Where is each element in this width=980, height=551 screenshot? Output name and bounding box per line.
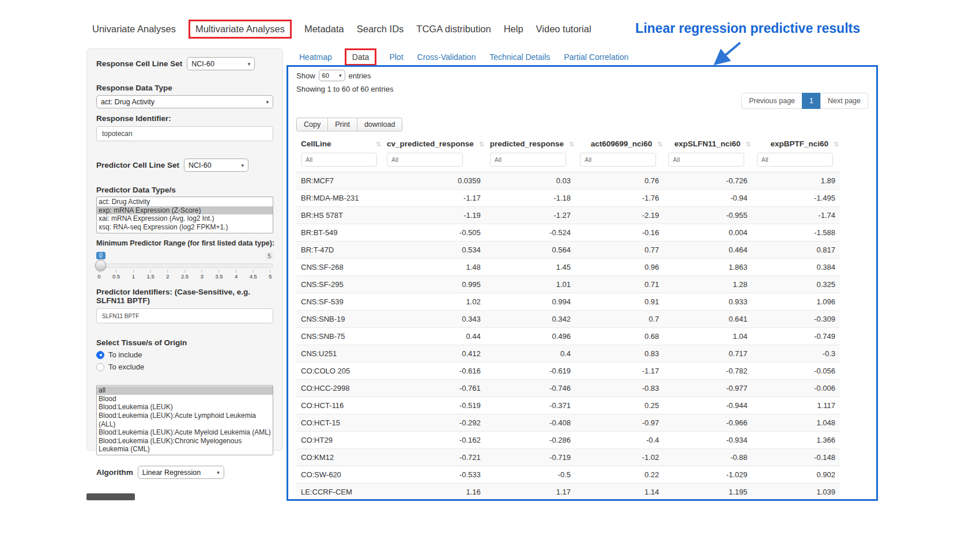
nav-univariate-analyses[interactable]: Univariate Analyses — [92, 24, 176, 35]
tissue-list-option[interactable]: Blood:Leukemia (LEUK):Acute Lymphoid Leu… — [97, 412, 273, 428]
slider-track[interactable] — [96, 263, 273, 268]
nav-multivariate-analyses[interactable]: Multivariate Analyses — [195, 24, 285, 34]
sort-icon[interactable]: ⇅ — [569, 141, 574, 148]
table-cell: 0.0359 — [382, 172, 485, 190]
tissue-exclude-radio[interactable]: To exclude — [96, 363, 273, 371]
column-header[interactable]: cv_predicted_response⇅ — [382, 136, 485, 152]
entries-label: entries — [349, 71, 371, 80]
tab-plot[interactable]: Plot — [389, 52, 403, 62]
table-row[interactable]: CNS:SNB-750.440.4960.681.04-0.749 — [296, 328, 840, 345]
predictor-data-type-list[interactable]: act: Drug Activityexp: mRNA Expression (… — [96, 197, 273, 233]
column-header[interactable]: act609699_nci60⇅ — [575, 136, 664, 152]
entries-count-select[interactable]: 60 ▾ — [319, 70, 345, 81]
slider-tick-label: 5 — [269, 270, 272, 280]
table-cell: 1.039 — [752, 484, 840, 501]
tissue-list-option[interactable]: Blood:Leukemia (LEUK):Acute Myeloid Leuk… — [97, 428, 273, 437]
tissue-include-radio[interactable]: To include — [96, 350, 273, 359]
min-predictor-range-slider[interactable]: 0 5 00.511.522.533.544.55 — [96, 252, 273, 283]
table-row[interactable]: CO:COLO 205-0.616-0.619-1.17-0.782-0.056 — [296, 363, 840, 380]
table-row[interactable]: CO:KM12-0.721-0.719-1.02-0.88-0.148 — [296, 449, 840, 466]
download-button[interactable]: download — [357, 118, 403, 131]
table-row[interactable]: CO:SW-620-0.533-0.50.22-1.0290.902 — [296, 466, 840, 484]
column-header[interactable]: expSLFN11_nci60⇅ — [664, 136, 752, 152]
column-header[interactable]: CellLine⇅ — [296, 136, 382, 152]
tissue-list-option[interactable]: Blood:Leukemia (LEUK):Chronic Myelogenou… — [97, 437, 273, 454]
table-cell: BR:BT-549 — [296, 224, 382, 241]
table-row[interactable]: LE:HL-60(TB)0.9510.9340.681.3070.031 — [296, 501, 840, 501]
tissue-list-option[interactable]: Blood:Leukemia (LEUK) — [97, 403, 273, 412]
data-tab-highlight-box: Data — [345, 48, 377, 66]
table-cell: -0.749 — [752, 328, 840, 345]
table-row[interactable]: CO:HCT-116-0.519-0.3710.25-0.9441.117 — [296, 397, 840, 414]
radio-unchecked-icon[interactable] — [96, 363, 104, 371]
table-row[interactable]: CNS:SF-2950.9951.010.711.280.325 — [296, 276, 840, 293]
sort-icon[interactable]: ⇅ — [657, 141, 662, 148]
tissue-list[interactable]: allBloodBlood:Leukemia (LEUK)Blood:Leuke… — [96, 385, 273, 455]
table-row[interactable]: BR:MCF70.03590.030.76-0.7261.89 — [296, 172, 840, 190]
column-header[interactable]: predicted_response⇅ — [485, 136, 575, 152]
table-cell: 1.45 — [485, 259, 575, 276]
page-1-button[interactable]: 1 — [802, 93, 821, 109]
table-cell: -1.02 — [575, 449, 664, 466]
response-identifier-input[interactable] — [96, 126, 273, 141]
tissue-list-option[interactable]: Blood — [97, 395, 273, 403]
column-header-label: act609699_nci60 — [591, 139, 653, 148]
column-filter-input[interactable] — [580, 153, 656, 167]
table-cell: 1.096 — [752, 293, 840, 311]
predictor-data-type-list-option[interactable]: xsq: RNA-seq Expression (log2 FPKM+1.) — [97, 223, 273, 232]
table-row[interactable]: BR:BT-549-0.505-0.524-0.160.004-1.588 — [296, 224, 840, 241]
column-filter-input[interactable] — [387, 153, 463, 167]
table-row[interactable]: CO:HT29-0.162-0.286-0.4-0.9341.366 — [296, 432, 840, 449]
column-filter-input[interactable] — [301, 153, 377, 167]
next-page-button[interactable]: Next page — [820, 93, 868, 109]
response-cell-line-set-select[interactable]: NCI-60 ▾ — [187, 57, 255, 70]
table-row[interactable]: CO:HCT-15-0.292-0.408-0.97-0.9661.048 — [296, 414, 840, 432]
algorithm-select[interactable]: Linear Regression ▾ — [138, 466, 224, 479]
sidebar-panel: Response Cell Line Set NCI-60 ▾ Response… — [86, 48, 283, 451]
column-header-label: expBPTF_nci60 — [770, 139, 828, 148]
table-row[interactable]: BR:MDA-MB-231-1.17-1.18-1.76-0.94-1.495 — [296, 190, 840, 207]
table-cell: -0.977 — [664, 380, 752, 397]
table-row[interactable]: BR:T-47D0.5340.5640.770.4640.817 — [296, 241, 840, 259]
tab-heatmap[interactable]: Heatmap — [299, 52, 332, 62]
predictor-data-type-list-option[interactable]: exp: mRNA Expression (Z-Score) — [97, 206, 273, 215]
table-row[interactable]: CNS:SF-2681.481.450.961.8630.384 — [296, 259, 840, 276]
nav-tcga-distribution[interactable]: TCGA distribution — [416, 24, 491, 35]
sort-icon[interactable]: ⇅ — [376, 141, 381, 148]
table-row[interactable]: BR:HS 578T-1.19-1.27-2.19-0.955-1.74 — [296, 207, 840, 224]
table-cell: -1.588 — [752, 224, 840, 241]
tissue-list-option[interactable]: all — [97, 386, 273, 395]
previous-page-button[interactable]: Previous page — [741, 93, 802, 109]
nav-metadata[interactable]: Metadata — [304, 24, 344, 35]
table-row[interactable]: CNS:SF-5391.020.9940.910.9331.096 — [296, 293, 840, 311]
predictor-data-type-list-option[interactable]: act: Drug Activity — [97, 198, 273, 206]
print-button[interactable]: Print — [327, 118, 357, 131]
tab-technical-details[interactable]: Technical Details — [489, 52, 550, 62]
column-header[interactable]: expBPTF_nci60⇅ — [752, 136, 840, 152]
predictor-data-type-list-option[interactable]: xai: mRNA Expression (Avg. log2 Int.) — [97, 214, 273, 223]
nav-video-tutorial[interactable]: Video tutorial — [536, 24, 591, 35]
algorithm-field: Algorithm Linear Regression ▾ — [96, 466, 273, 479]
predictor-identifiers-input[interactable] — [96, 308, 273, 323]
tab-data[interactable]: Data — [352, 52, 370, 62]
sort-icon[interactable]: ⇅ — [478, 141, 484, 148]
column-filter-input[interactable] — [757, 153, 833, 167]
sort-icon[interactable]: ⇅ — [745, 141, 751, 148]
sort-icon[interactable]: ⇅ — [834, 141, 839, 148]
table-row[interactable]: CNS:U2510.4120.40.830.717-0.3 — [296, 345, 840, 363]
table-row[interactable]: CO:HCC-2998-0.761-0.746-0.83-0.977-0.006 — [296, 380, 840, 397]
table-row[interactable]: CNS:SNB-190.3430.3420.70.641-0.309 — [296, 311, 840, 328]
table-row[interactable]: LE:CCRF-CEM1.161.171.141.1951.039 — [296, 484, 840, 501]
column-filter-input[interactable] — [668, 153, 744, 167]
tab-cross-validation[interactable]: Cross-Validation — [417, 52, 476, 62]
nav-help[interactable]: Help — [504, 24, 523, 35]
radio-checked-icon[interactable] — [96, 351, 104, 359]
nav-search-ids[interactable]: Search IDs — [357, 24, 404, 35]
table-cell: -0.619 — [485, 363, 575, 380]
predictor-cell-line-set-select[interactable]: NCI-60 ▾ — [184, 158, 248, 172]
column-filter-input[interactable] — [490, 153, 566, 167]
table-cell: -0.309 — [752, 311, 840, 328]
copy-button[interactable]: Copy — [296, 118, 328, 131]
tab-partial-correlation[interactable]: Partial Correlation — [564, 52, 628, 62]
response-data-type-select[interactable]: act: Drug Activity ▾ — [96, 95, 273, 108]
